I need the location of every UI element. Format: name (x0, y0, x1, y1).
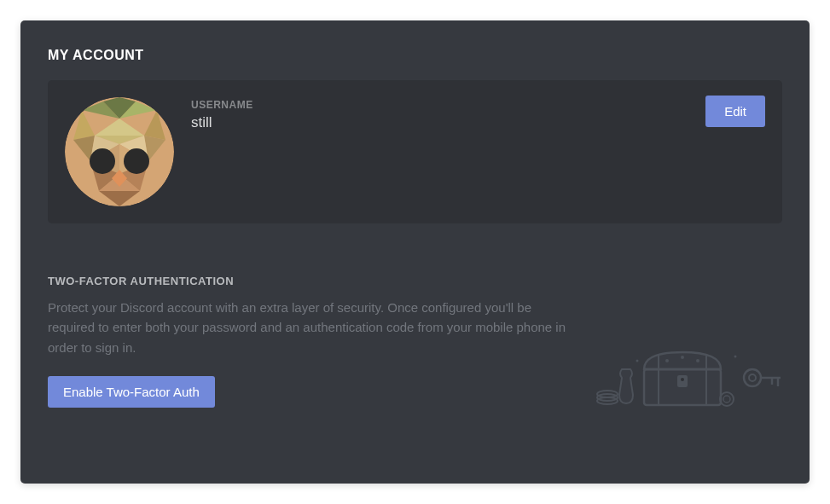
svg-point-31 (665, 359, 669, 362)
svg-point-30 (681, 378, 684, 381)
svg-point-36 (744, 369, 761, 386)
svg-point-21 (124, 148, 149, 174)
twofa-title: TWO-FACTOR AUTHENTICATION (48, 275, 782, 287)
user-info: USERNAME still (191, 97, 765, 131)
svg-point-35 (723, 396, 730, 403)
enable-twofa-button[interactable]: Enable Two-Factor Auth (48, 376, 215, 408)
svg-point-41 (734, 355, 737, 357)
username-value: still (191, 114, 765, 131)
svg-point-32 (681, 356, 684, 359)
svg-point-33 (696, 359, 699, 362)
svg-point-37 (749, 374, 756, 381)
account-settings-panel: MY ACCOUNT (20, 20, 810, 484)
twofa-description: Protect your Discord account with an ext… (48, 298, 577, 357)
avatar[interactable] (65, 97, 174, 206)
edit-button[interactable]: Edit (705, 96, 765, 127)
username-label: USERNAME (191, 99, 765, 111)
twofa-section: TWO-FACTOR AUTHENTICATION Protect your D… (48, 275, 782, 408)
svg-point-34 (720, 392, 734, 406)
account-card: USERNAME still Edit (48, 80, 782, 223)
treasure-chest-icon (586, 331, 782, 416)
svg-point-42 (636, 359, 639, 362)
svg-point-20 (90, 148, 115, 174)
page-title: MY ACCOUNT (48, 48, 782, 63)
avatar-icon (65, 97, 174, 206)
